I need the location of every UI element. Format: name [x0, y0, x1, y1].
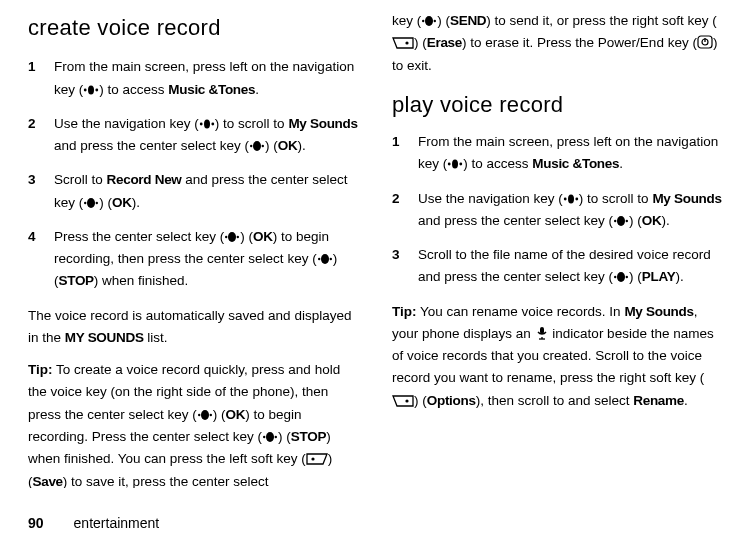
step-row: 1 From the main screen, press left on th… — [28, 56, 362, 101]
heading-create: create voice record — [28, 10, 362, 46]
step-text: Use the navigation key () to scroll to M… — [418, 188, 726, 233]
nav-key-icon — [563, 193, 579, 205]
step-number: 4 — [28, 226, 54, 293]
step-row: 3 Scroll to Record New and press the cen… — [28, 169, 362, 214]
step-text: From the main screen, press left on the … — [418, 131, 726, 176]
step-text: From the main screen, press left on the … — [54, 56, 362, 101]
right-soft-key-icon — [392, 37, 414, 49]
center-key-icon — [197, 409, 213, 421]
center-key-icon — [224, 231, 240, 243]
mic-indicator-icon — [535, 326, 549, 340]
step-text: Scroll to the file name of the desired v… — [418, 244, 726, 289]
step-number: 3 — [392, 244, 418, 289]
page-footer: 90entertainment — [28, 512, 159, 535]
center-key-icon — [262, 431, 278, 443]
page-number: 90 — [28, 515, 44, 531]
right-column: key () (SEND) to send it, or press the r… — [392, 10, 726, 488]
step-row: 3 Scroll to the file name of the desired… — [392, 244, 726, 289]
step-row: 1 From the main screen, press left on th… — [392, 131, 726, 176]
center-key-icon — [249, 140, 265, 152]
center-key-icon — [613, 271, 629, 283]
left-column: create voice record 1 From the main scre… — [28, 10, 362, 488]
center-key-icon — [613, 215, 629, 227]
step-text: Scroll to Record New and press the cente… — [54, 169, 362, 214]
center-key-icon — [317, 253, 333, 265]
tip-text: Tip: You can rename voice records. In My… — [392, 301, 726, 412]
nav-key-icon — [447, 158, 463, 170]
step-number: 1 — [28, 56, 54, 101]
step-number: 2 — [28, 113, 54, 158]
step-row: 4 Press the center select key () (OK) to… — [28, 226, 362, 293]
center-key-icon — [83, 197, 99, 209]
step-row: 2 Use the navigation key () to scroll to… — [392, 188, 726, 233]
auto-save-text: The voice record is automatically saved … — [28, 305, 362, 350]
step-number: 1 — [392, 131, 418, 176]
step-number: 3 — [28, 169, 54, 214]
heading-play: play voice record — [392, 87, 726, 123]
step-number: 2 — [392, 188, 418, 233]
center-key-icon — [421, 15, 437, 27]
section-name: entertainment — [74, 515, 160, 531]
nav-key-icon — [199, 118, 215, 130]
nav-key-icon — [83, 84, 99, 96]
power-end-key-icon — [697, 35, 713, 49]
tip-text: Tip: To create a voice record quickly, p… — [28, 359, 362, 488]
step-text: Use the navigation key () to scroll to M… — [54, 113, 362, 158]
step-row: 2 Use the navigation key () to scroll to… — [28, 113, 362, 158]
right-soft-key-icon — [392, 395, 414, 407]
left-soft-key-icon — [306, 453, 328, 465]
continuation-text: key () (SEND) to send it, or press the r… — [392, 10, 726, 77]
step-text: Press the center select key () (OK) to b… — [54, 226, 362, 293]
